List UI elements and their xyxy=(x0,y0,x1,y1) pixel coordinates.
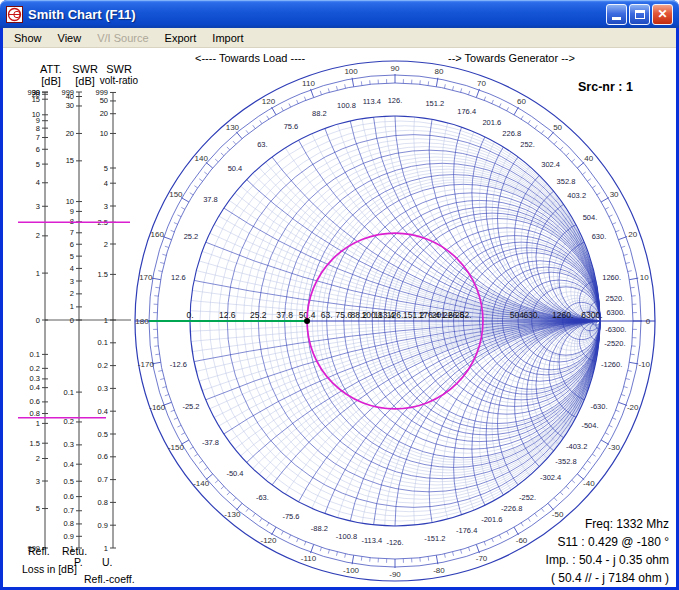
svg-text:25.2: 25.2 xyxy=(250,310,267,320)
readout-freq: Freq: 1332 Mhz xyxy=(546,515,669,533)
menu-item-import[interactable]: Import xyxy=(204,30,251,46)
svg-text:2520.: 2520. xyxy=(606,294,625,303)
titlebar[interactable]: Smith Chart (F11) ✕ xyxy=(0,0,679,28)
svg-text:-151.2: -151.2 xyxy=(424,534,445,543)
towards-generator-label: --> Towards Generator --> xyxy=(448,52,575,64)
svg-text:126.: 126. xyxy=(387,310,404,320)
readout-imp-par: ( 50.4 // - j 7184 ohm ) xyxy=(546,569,669,587)
svg-text:0.2: 0.2 xyxy=(98,361,108,370)
svg-text:-20: -20 xyxy=(627,403,639,412)
svg-text:-80: -80 xyxy=(433,566,445,575)
svg-text:-40: -40 xyxy=(583,479,595,488)
svg-text:0.: 0. xyxy=(186,310,193,320)
svg-text:0.5: 0.5 xyxy=(98,430,108,439)
svg-text:1: 1 xyxy=(104,544,108,553)
svg-text:302.4: 302.4 xyxy=(541,160,560,169)
svg-text:37.8: 37.8 xyxy=(203,195,218,204)
svg-text:100: 100 xyxy=(344,67,358,76)
svg-text:50.4: 50.4 xyxy=(228,164,243,173)
svg-text:8: 8 xyxy=(36,124,40,133)
svg-text:37.8: 37.8 xyxy=(276,310,293,320)
footer-refl-coeff: Refl.-coeff. xyxy=(84,573,135,585)
svg-text:3: 3 xyxy=(70,277,74,286)
svg-text:1.5: 1.5 xyxy=(30,439,40,448)
svg-text:63.: 63. xyxy=(257,140,267,149)
svg-text:0.8: 0.8 xyxy=(64,519,74,528)
svg-text:2: 2 xyxy=(104,240,108,249)
svg-text:1.5: 1.5 xyxy=(98,270,108,279)
app-icon[interactable] xyxy=(6,6,23,23)
footer-loss: Loss in [dB] xyxy=(22,563,77,575)
svg-text:226.8: 226.8 xyxy=(502,129,521,138)
swr-ratio-scale-header: SWR xyxy=(93,63,145,75)
maximize-icon xyxy=(635,10,645,19)
svg-text:0.1: 0.1 xyxy=(98,338,108,347)
svg-text:9: 9 xyxy=(70,207,74,216)
svg-text:-90: -90 xyxy=(389,570,401,579)
svg-text:-150: -150 xyxy=(168,443,185,452)
svg-text:170: 170 xyxy=(139,273,153,282)
svg-text:-12.6: -12.6 xyxy=(170,360,187,369)
svg-text:-403.2: -403.2 xyxy=(566,442,587,451)
svg-text:0.6: 0.6 xyxy=(30,397,40,406)
menu-item-show[interactable]: Show xyxy=(6,30,50,46)
svg-text:-352.8: -352.8 xyxy=(555,457,576,466)
svg-text:0: 0 xyxy=(646,317,651,326)
svg-text:-6300.: -6300. xyxy=(605,325,626,334)
svg-text:0.3: 0.3 xyxy=(64,440,74,449)
close-button[interactable]: ✕ xyxy=(652,4,673,25)
svg-text:0.6: 0.6 xyxy=(98,452,108,461)
svg-text:0.4: 0.4 xyxy=(30,383,40,392)
svg-text:-126.: -126. xyxy=(386,538,403,547)
svg-text:3: 3 xyxy=(36,477,40,486)
menu-item-view[interactable]: View xyxy=(50,30,90,46)
svg-text:0.8: 0.8 xyxy=(98,498,108,507)
svg-text:-630.: -630. xyxy=(590,402,607,411)
menubar: Show View V/I Source Export Import xyxy=(3,28,676,48)
svg-text:75.6: 75.6 xyxy=(284,122,299,131)
svg-text:1: 1 xyxy=(36,419,40,428)
svg-text:504.: 504. xyxy=(583,213,598,222)
svg-text:25.2: 25.2 xyxy=(184,232,199,241)
readout-panel: Freq: 1332 Mhz S11 : 0.429 @ -180 ° Imp.… xyxy=(546,515,669,587)
svg-text:-100: -100 xyxy=(343,566,360,575)
menu-item-export[interactable]: Export xyxy=(157,30,205,46)
svg-text:2: 2 xyxy=(36,454,40,463)
svg-text:-63.: -63. xyxy=(256,493,269,502)
svg-text:630.: 630. xyxy=(523,310,540,320)
svg-text:10: 10 xyxy=(100,129,108,138)
svg-text:40: 40 xyxy=(584,154,593,163)
svg-text:5: 5 xyxy=(70,252,74,261)
svg-text:30: 30 xyxy=(66,101,74,110)
svg-text:-88.2: -88.2 xyxy=(311,524,328,533)
svg-text:-252.: -252. xyxy=(519,493,536,502)
svg-text:160: 160 xyxy=(151,230,165,239)
svg-text:20: 20 xyxy=(66,129,74,138)
minimize-button[interactable] xyxy=(606,4,627,25)
svg-text:100.8: 100.8 xyxy=(337,101,356,110)
svg-text:-75.6: -75.6 xyxy=(282,512,299,521)
readout-imp: Imp. : 50.4 - j 0.35 ohm xyxy=(546,551,669,569)
svg-text:-226.8: -226.8 xyxy=(501,504,522,513)
menu-item-vi-source: V/I Source xyxy=(89,30,156,46)
svg-text:2: 2 xyxy=(36,231,40,240)
svg-text:12.6: 12.6 xyxy=(219,310,236,320)
svg-text:4: 4 xyxy=(36,178,40,187)
maximize-button[interactable] xyxy=(629,4,650,25)
svg-text:5: 5 xyxy=(36,160,40,169)
svg-text:-504.: -504. xyxy=(581,421,598,430)
svg-text:30: 30 xyxy=(610,190,619,199)
svg-text:110: 110 xyxy=(302,79,315,88)
svg-text:50: 50 xyxy=(100,96,108,105)
svg-text:0.1: 0.1 xyxy=(64,388,74,397)
svg-text:-302.4: -302.4 xyxy=(540,473,561,482)
svg-text:0.7: 0.7 xyxy=(64,506,74,515)
svg-text:3: 3 xyxy=(36,202,40,211)
svg-text:-113.4: -113.4 xyxy=(361,536,382,545)
svg-text:0.3: 0.3 xyxy=(98,384,108,393)
svg-text:63.: 63. xyxy=(321,310,333,320)
svg-text:90: 90 xyxy=(391,64,400,73)
svg-text:7: 7 xyxy=(70,228,74,237)
svg-text:201.6: 201.6 xyxy=(482,118,501,127)
svg-text:3: 3 xyxy=(104,202,108,211)
